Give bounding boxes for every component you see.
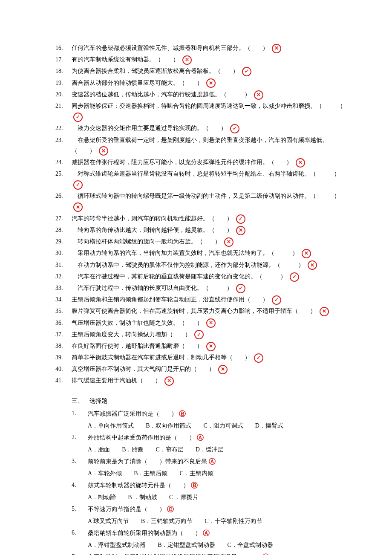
question-text: 主销后倾角度变大，转向操纵力增加（ ） ✓ xyxy=(72,329,349,340)
question-number: 16. xyxy=(55,43,72,53)
judgement-item: 33. 汽车行驶过程中，传动轴的长度可以自由变化。（ ） ✓ xyxy=(55,283,349,293)
mark-wrong-icon: ✕ xyxy=(206,78,216,88)
question-text: 同步器能够保证：变速器换档时，待啮合齿轮的圆周速度迅速达到一致，以减少冲击和磨损… xyxy=(72,101,349,122)
judgement-item: 22. 液力变速器的变矩作用主要是通过导轮实现的。（ ） ✓ xyxy=(55,123,349,133)
question-number: 30. xyxy=(55,248,72,258)
answer-mark: Ⓐ xyxy=(197,434,204,441)
question-text: 在不制动时，气压制动控制阀的进排气阀门的开闭情况是（ ） Ⓑ xyxy=(88,551,349,555)
question-text: 不等速万向节指的是（ ） Ⓒ xyxy=(88,503,349,516)
question-text: 气压增压器失效，制动主缸也随之失效。（ ） ✕ xyxy=(72,318,349,328)
question-number: 3. xyxy=(72,456,88,466)
question-number: 21. xyxy=(55,101,72,111)
judgement-item: 35.膜片弹簧可使离合器简化，但在高速旋转时，其压紧力受离心力影响，不适用于轿车… xyxy=(55,306,349,316)
mark-correct-icon: ✓ xyxy=(73,113,83,122)
mc-option: A 球叉式万向节 xyxy=(88,516,129,526)
question-text: 鼓式车轮制动器的旋转元件是（ ） Ⓑ xyxy=(88,480,349,492)
mark-wrong-icon: ✕ xyxy=(206,342,216,351)
question-number: 27. xyxy=(55,213,72,224)
question-text: 前轮前束是为了消除（ ）带来的不良后果 Ⓐ xyxy=(88,456,349,468)
question-text: 对称式锥齿轮差速器当行星齿轮没有自转时，总是将转矩平均分配给左、右两半轴齿轮。（… xyxy=(72,168,349,190)
answer-mark: Ⓐ xyxy=(209,458,216,465)
judgement-item: 32. 汽车在行驶过程中，其前后轮的垂直载荷是随车速的变化而变化的。（ ） ✓ xyxy=(55,271,349,282)
mc-option: C．全盘式制动器 xyxy=(227,540,273,550)
mc-option: B．三销轴式万向节 xyxy=(141,516,193,526)
answer-mark: Ⓒ xyxy=(167,506,174,513)
mark-correct-icon: ✓ xyxy=(194,330,204,339)
judgement-item: 30. 采用动力转向系的汽车，当转向加力装置失效时，汽车也就无法转向了。（ ） … xyxy=(55,248,349,258)
judgement-item: 21.同步器能够保证：变速器换档时，待啮合齿轮的圆周速度迅速达到一致，以减少冲击… xyxy=(55,101,349,122)
mc-item: 4.鼓式车轮制动器的旋转元件是（ ） Ⓑ xyxy=(72,480,349,492)
question-number: 34. xyxy=(55,294,72,305)
question-text: 离合器从动部分的转动惯量应尽可能大。（ ） ✕ xyxy=(72,78,349,88)
mark-wrong-icon: ✕ xyxy=(302,249,311,258)
judgement-item: 27.汽车的转弯半径越小，则汽车的转向机动性能越好。（ ） ✓ xyxy=(55,213,349,224)
judgement-item: 34.主销后倾角和主销内倾角都起到使车轮自动回正，沿直线行使作用（ ） ✓ xyxy=(55,294,349,305)
mc-option: A．车轮外倾 xyxy=(88,468,122,479)
question-text: 有的汽车制动系统没有制动器。（ ） ✕ xyxy=(72,54,349,65)
judgement-item: 29. 转向横拉杆体两端螺纹的旋向一般均为右旋。（ ） ✕ xyxy=(55,236,349,247)
mc-option: A．浮钳型盘式制动器 xyxy=(88,540,146,550)
mc-item: 2.外胎结构中起承受负荷作用的是（ ） Ⓐ xyxy=(72,432,349,444)
judgement-item: 18.为使离合器接合柔和，驾驶员应逐渐放松离合器踏板。（ ） ✓ xyxy=(55,66,349,76)
judgement-item: 41.排气缓速主要用于汽油机（ ） ✕ xyxy=(55,375,349,386)
question-number: 18. xyxy=(55,66,72,76)
question-number: 36. xyxy=(55,318,72,328)
question-number: 7. xyxy=(72,551,88,555)
question-number: 35. xyxy=(55,306,72,316)
mc-option: C．阻力可调式 xyxy=(203,420,243,431)
mc-options: A．浮钳型盘式制动器B．定钳型盘式制动器C．全盘式制动器 xyxy=(72,540,349,550)
mc-option: B．定钳型盘式制动器 xyxy=(158,540,215,550)
question-text: 转向系的角传动比越大，则转向越轻便，越灵敏。（ ） ✕ xyxy=(72,225,349,235)
mark-wrong-icon: ✕ xyxy=(224,237,233,247)
question-number: 26. xyxy=(55,191,72,201)
question-number: 5. xyxy=(72,503,88,514)
mc-option: C．帘布层 xyxy=(156,444,183,455)
mc-option: B．双向作用筒式 xyxy=(146,420,191,431)
mc-option: D．缓冲层 xyxy=(196,444,224,455)
question-text: 液力变速器的变矩作用主要是通过导轮实现的。（ ） ✓ xyxy=(72,123,349,133)
question-text: 排气缓速主要用于汽油机（ ） ✕ xyxy=(72,375,349,386)
question-number: 31. xyxy=(55,260,72,270)
mark-wrong-icon: ✕ xyxy=(320,307,329,316)
judgement-item: 40.真空增压器在不制动时，其大气阀门是开启的（ ） ✕ xyxy=(55,364,349,374)
question-number: 23. xyxy=(55,135,72,145)
question-number: 25. xyxy=(55,168,72,179)
question-number: 17. xyxy=(55,54,72,65)
question-text: 为使离合器接合柔和，驾驶员应逐渐放松离合器踏板。（ ） ✓ xyxy=(72,66,349,76)
judgement-item: 28. 转向系的角传动比越大，则转向越轻便，越灵敏。（ ） ✕ xyxy=(55,225,349,235)
mark-wrong-icon: ✕ xyxy=(73,202,83,212)
mark-wrong-icon: ✕ xyxy=(164,376,174,386)
mark-wrong-icon: ✕ xyxy=(206,318,216,328)
judgement-item: 20.变速器的档位越低，传动比越小，汽车的行驶速度越低。（ ） ✕ xyxy=(55,89,349,100)
mc-option: B ．制动鼓 xyxy=(128,492,157,503)
question-text: 在良好路面行使时，越野胎比普通胎耐磨（ ） ✕ xyxy=(72,341,349,351)
question-number: 41. xyxy=(55,375,72,386)
question-text: 减振器在伸张行程时，阻力应尽可能小，以充分发挥弹性元件的缓冲作用。（ ） ✕ xyxy=(72,157,349,168)
answer-mark: Ⓐ xyxy=(203,529,210,537)
mark-wrong-icon: ✕ xyxy=(296,158,305,168)
question-text: 转向横拉杆体两端螺纹的旋向一般均为右旋。（ ） ✕ xyxy=(72,236,349,247)
mc-option: C ．摩擦片 xyxy=(169,492,199,503)
judgement-item: 19.离合器从动部分的转动惯量应尽可能大。（ ） ✕ xyxy=(55,78,349,88)
mark-correct-icon: ✓ xyxy=(272,295,281,305)
mark-wrong-icon: ✕ xyxy=(218,365,228,374)
question-text: 在悬架所受的垂直载荷一定时，悬架刚度越小，则悬架的垂直变形越小，汽车的固有频率越… xyxy=(72,135,349,156)
question-number: 38. xyxy=(55,341,72,351)
mark-wrong-icon: ✕ xyxy=(308,260,317,270)
mc-options: A 球叉式万向节B．三销轴式万向节C．十字轴刚性万向节 xyxy=(72,516,349,526)
question-number: 19. xyxy=(55,78,72,88)
question-number: 40. xyxy=(55,364,72,374)
answer-mark: Ⓑ xyxy=(262,553,269,555)
multiple-choice-list: 1.汽车减振器广泛采用的是（ ） ⒷA．单向作用筒式B．双向作用筒式C．阻力可调… xyxy=(72,408,349,555)
judgement-item: 24.减振器在伸张行程时，阻力应尽可能小，以充分发挥弹性元件的缓冲作用。（ ） … xyxy=(55,157,349,168)
judgement-item: 31. 在动力制动系中，驾驶员的肌体不仅作为控制能源，还作为部分制动能源。（ ）… xyxy=(55,260,349,270)
mc-item: 3.前轮前束是为了消除（ ）带来的不良后果 Ⓐ xyxy=(72,456,349,468)
question-number: 24. xyxy=(55,157,72,168)
question-number: 2. xyxy=(72,432,88,442)
question-text: 任何汽车的悬架都必须设置弹性元件、减振器和导向机构三部分。（ ） ✕ xyxy=(72,43,349,53)
question-text: 汽车减振器广泛采用的是（ ） Ⓑ xyxy=(88,408,349,420)
judgement-item: 17.有的汽车制动系统没有制动器。（ ） ✕ xyxy=(55,54,349,65)
question-text: 采用动力转向系的汽车，当转向加力装置失效时，汽车也就无法转向了。（ ） ✕ xyxy=(72,248,349,258)
judgement-item: 39.简单非平衡鼓式制动器在汽车前进或后退时，制动几乎相等（ ） ✓ xyxy=(55,352,349,363)
judgement-item: 26. 循环球式转向器中的转向螺母既是第一级传动副的主动件，又是第二级传动副的从… xyxy=(55,191,349,212)
